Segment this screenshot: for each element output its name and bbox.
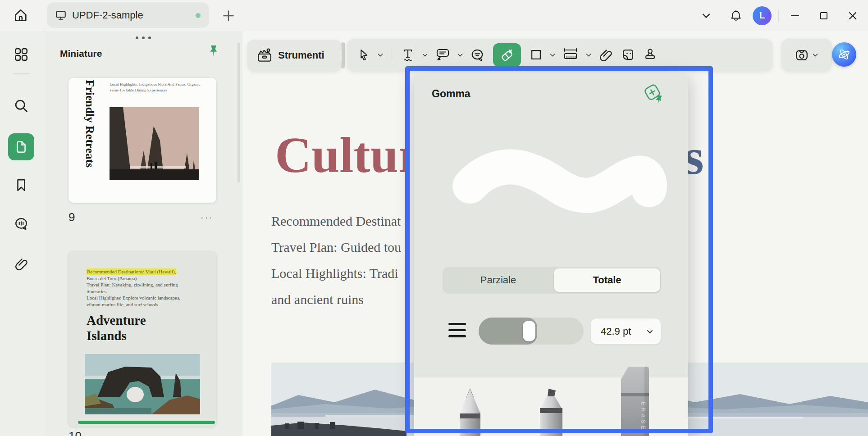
page-number: 9 (69, 210, 75, 224)
sidebar-apps-button[interactable] (6, 41, 36, 68)
size-dropdown[interactable]: 42.9 pt (590, 318, 661, 345)
document-body-line: Travel Plan: Guided tou (271, 240, 401, 255)
sidebar-comments-button[interactable] (6, 210, 36, 237)
divider (13, 73, 31, 74)
comment-tool-dropdown[interactable] (455, 42, 465, 68)
tools-label: Strumenti (278, 50, 324, 61)
segment-total[interactable]: Totale (554, 268, 660, 292)
toolbar-gap-handle[interactable] (341, 42, 345, 68)
sidebar-thumbnails-button-active[interactable] (8, 133, 34, 160)
avatar: L (753, 6, 772, 25)
titlebar-controls: L (694, 0, 868, 31)
stamp-tool[interactable] (640, 42, 660, 68)
pin-to-toolbar-button[interactable] (642, 82, 667, 107)
chevron-down-icon (457, 52, 463, 58)
sticker-tool[interactable] (618, 42, 638, 68)
ai-assistant-button[interactable] (832, 42, 856, 67)
text-markup-dropdown[interactable] (420, 42, 430, 68)
comment-tool-icon (435, 48, 450, 62)
eraser-tool-active[interactable] (493, 43, 521, 67)
maximize-button[interactable] (812, 4, 836, 27)
size-slider[interactable] (479, 318, 584, 345)
document-body-line: Local Highlights: Tradi (271, 266, 398, 281)
ai-icon (834, 45, 854, 64)
collapse-toolbar-button[interactable] (694, 4, 718, 27)
thickness-menu-icon[interactable] (448, 323, 466, 341)
maximize-icon (819, 11, 828, 20)
page9-menu-button[interactable]: ··· (201, 212, 214, 223)
sticky-note-tool[interactable] (468, 42, 487, 68)
eraser-block-label: ERASE (640, 402, 646, 436)
thumb10-photo (85, 354, 200, 414)
shape-tool-dropdown[interactable] (548, 42, 557, 68)
stroke-preview (446, 146, 672, 223)
capture-group (781, 39, 832, 71)
segment-partial[interactable]: Parziale (443, 267, 554, 294)
attachment-tool[interactable] (596, 42, 616, 68)
thumbnail-page-10[interactable]: Recommended Destinations: Maui (Hawaii),… (69, 251, 216, 427)
measure-tool-dropdown[interactable] (584, 42, 594, 68)
thumb9-side-title: Friendly Retreats (83, 80, 96, 188)
text-tool-icon (401, 48, 415, 62)
thumb9-photo (110, 107, 199, 180)
account-button[interactable]: L (750, 4, 774, 27)
new-tab-button[interactable] (221, 8, 236, 23)
capture-dropdown-chevron[interactable] (812, 52, 818, 58)
select-tool[interactable] (355, 42, 373, 68)
text-markup-tool[interactable] (398, 42, 417, 68)
annotation-toolbar (347, 39, 772, 71)
slider-thumb[interactable] (523, 321, 535, 341)
thumbnail-page-9[interactable]: Friendly Retreats Local Highlights: Indi… (69, 78, 216, 203)
thumbnails-panel: Miniature Friendly Retreats Local Highli… (44, 31, 242, 436)
chat-bubble-icon (471, 48, 484, 62)
pencil-tool[interactable] (456, 387, 484, 436)
popup-title: Gomma (432, 88, 471, 100)
sidebar-attachments-button[interactable] (6, 250, 36, 277)
select-tool-dropdown[interactable] (375, 42, 385, 68)
updf-window: Cultur s Recommended Destinat Travel Pla… (0, 0, 868, 436)
size-value: 42.9 pt (601, 326, 646, 337)
document-tab[interactable]: UPDF-2-sample (47, 2, 209, 28)
minimize-button[interactable] (783, 4, 807, 27)
divider (392, 47, 392, 63)
chevron-down-icon (549, 52, 556, 58)
sidebar-bookmarks-button[interactable] (6, 172, 36, 199)
notifications-button[interactable] (724, 4, 748, 27)
shape-tool[interactable] (527, 42, 545, 68)
eraser-settings-popup: Gomma Parziale Totale (414, 73, 688, 436)
thumb10-text: Recommended Destinations: Maui (Hawaii),… (87, 268, 180, 308)
pin-icon (206, 44, 221, 62)
eraser-block-tool[interactable] (617, 366, 653, 436)
comment-tool[interactable] (433, 42, 452, 68)
toolbox-icon (256, 47, 273, 64)
marker-tool[interactable] (536, 387, 566, 436)
document-title-clip: Cultur (242, 126, 408, 189)
panel-scrollbar[interactable] (238, 43, 240, 182)
paperclip-icon (599, 48, 613, 62)
grid-icon (14, 47, 29, 62)
close-button[interactable] (841, 4, 864, 27)
search-icon (14, 98, 29, 114)
tools-button[interactable]: Strumenti (247, 40, 342, 71)
document-title-fragment: Cultur (275, 130, 408, 180)
tab-title: UPDF-2-sample (72, 9, 143, 21)
stamp-icon (643, 48, 657, 62)
sticker-icon (621, 48, 635, 62)
paperclip-icon (14, 257, 28, 271)
home-icon (13, 8, 28, 23)
monitor-icon (55, 9, 67, 21)
chevron-down-icon (377, 52, 384, 58)
thumb10-heading: Adventure Islands (87, 313, 146, 343)
home-button[interactable] (10, 5, 32, 26)
panel-pin-button[interactable] (206, 44, 221, 62)
document-body-line: and ancient ruins (271, 292, 364, 307)
plus-icon (222, 9, 235, 22)
panel-drag-handle[interactable] (136, 36, 151, 39)
measure-tool[interactable] (560, 42, 581, 68)
capture-icon[interactable] (795, 48, 809, 62)
sidebar-search-button[interactable] (6, 92, 36, 119)
page9-row: 9 ··· (69, 210, 216, 226)
chevron-down-icon (701, 11, 711, 21)
page10-row: 10 (69, 429, 216, 436)
bookmark-icon (14, 178, 28, 192)
